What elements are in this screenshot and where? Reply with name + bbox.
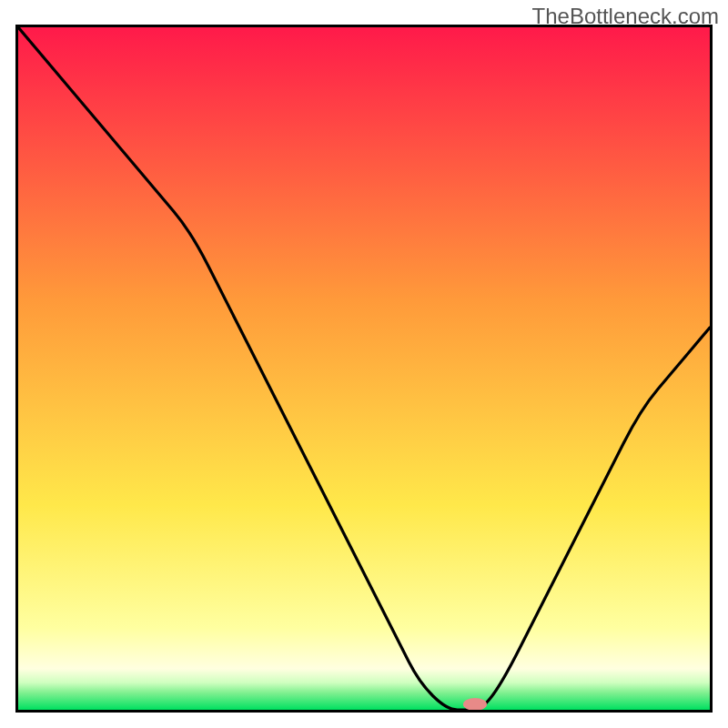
chart-container: TheBottleneck.com xyxy=(0,0,728,728)
svg-rect-0 xyxy=(18,27,710,710)
background-gradient xyxy=(18,27,710,710)
watermark-text: TheBottleneck.com xyxy=(532,4,719,29)
plot-area xyxy=(18,27,710,710)
operating-point-marker xyxy=(463,698,487,710)
